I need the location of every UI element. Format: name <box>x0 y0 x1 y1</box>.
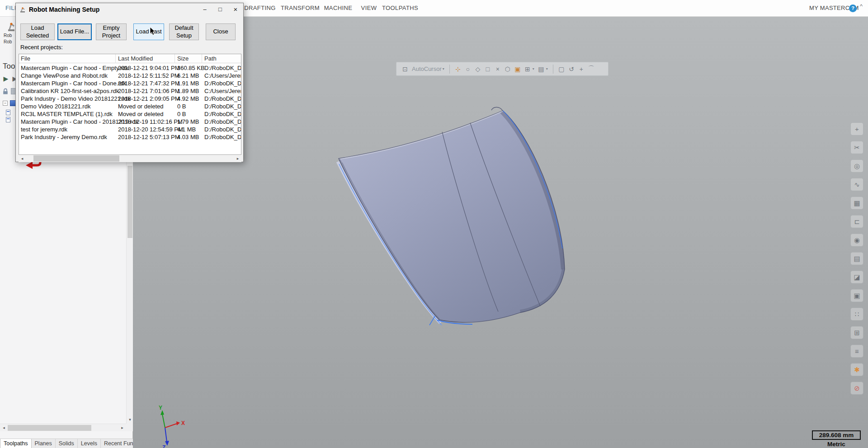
plus-icon[interactable]: + <box>850 122 863 135</box>
lock-icon[interactable] <box>2 88 9 95</box>
recent-projects-table[interactable]: File Last Modified Size Path Mastercam P… <box>19 54 241 155</box>
table-row[interactable]: Mastercam Plugin - Car hood - 20181219.r… <box>19 118 241 126</box>
midpoint-icon[interactable]: □ <box>483 65 493 73</box>
selection-box-icon[interactable]: ▢ <box>557 65 566 73</box>
tab-transform[interactable]: TRANSFORM <box>279 0 321 16</box>
column-last-modified[interactable]: Last Modified <box>118 54 153 63</box>
circle-dot-icon[interactable]: ◉ <box>850 233 863 247</box>
column-separator[interactable] <box>202 54 202 63</box>
table-row[interactable]: RC3L MASTER TEMPLATE (1).rdkMoved or del… <box>19 110 241 118</box>
panel-tab-planes[interactable]: Planes <box>32 439 56 448</box>
table-row[interactable]: Mastercam Plugin - Car hood - Done.rdk20… <box>19 79 241 87</box>
polygon-snap-icon[interactable]: ⬡ <box>503 65 513 73</box>
scrollbar-thumb[interactable] <box>33 155 119 162</box>
grid-snap-icon[interactable]: ⊞ <box>523 65 533 73</box>
add-point-icon[interactable]: + <box>576 65 586 73</box>
tree-item-icon[interactable] <box>6 110 10 115</box>
close-icon[interactable]: × <box>228 3 243 16</box>
size-cell: 1.89 MB <box>177 87 199 95</box>
maximize-icon[interactable]: □ <box>212 3 228 16</box>
undo-view-icon[interactable]: ↺ <box>566 65 576 73</box>
hood-surface[interactable] <box>339 111 565 322</box>
tree-item-icon[interactable] <box>6 117 10 122</box>
scissors-icon[interactable]: ✂ <box>850 141 863 154</box>
face-center-icon[interactable]: ▣ <box>513 65 523 73</box>
half-shade-icon[interactable]: ◪ <box>850 271 863 284</box>
origin-point-icon[interactable]: ⊹ <box>453 65 463 73</box>
table-row[interactable]: Change ViewPose and Robot.rdk2018-12-12 … <box>19 72 241 79</box>
prohibit-icon[interactable]: ⊘ <box>850 382 863 395</box>
intersection-icon[interactable]: × <box>493 65 503 73</box>
table-row[interactable]: Calibration KR 120-first-set-a2pos.rdk20… <box>19 87 241 95</box>
tree-expand-icon[interactable]: − <box>3 101 8 106</box>
dots-icon[interactable]: ∷ <box>850 308 863 321</box>
close-button[interactable]: Close <box>206 23 236 40</box>
dots-glyph: ∷ <box>855 310 859 318</box>
load-selected-button[interactable]: Load Selected <box>20 23 55 40</box>
column-size[interactable]: Size <box>177 54 189 63</box>
table-row[interactable]: Demo Video 20181221.rdkMoved or deleted0… <box>19 103 241 110</box>
burst-icon[interactable]: ✱ <box>850 363 863 376</box>
dropdown-caret-icon[interactable]: ▾ <box>443 67 444 71</box>
window-grid-icon[interactable]: ⊞ <box>850 326 863 339</box>
column-separator[interactable] <box>115 54 116 63</box>
arc-center-icon[interactable]: ○ <box>463 65 473 73</box>
table-row[interactable]: Park Industry - Demo Video 20181221.rdk2… <box>19 95 241 103</box>
column-path[interactable]: Path <box>204 54 217 63</box>
panel-tab-solids[interactable]: Solids <box>56 439 78 448</box>
burst-glyph: ✱ <box>854 366 860 374</box>
minimize-icon[interactable]: – <box>197 3 212 16</box>
path-cell: C:/Users/Jeremy <box>204 72 241 79</box>
robot-machining-icon[interactable] <box>6 20 16 32</box>
column-separator[interactable] <box>175 54 175 63</box>
panel-horizontal-scrollbar[interactable]: ◂ ▸ <box>0 424 126 431</box>
lines-icon[interactable]: ≡ <box>850 345 863 358</box>
scrollbar-thumb[interactable] <box>127 166 132 238</box>
list-icon[interactable]: ▤ <box>850 252 863 265</box>
regenerate-icon[interactable]: ▶ <box>2 75 10 83</box>
path-cell: C:/Users/Jeremy <box>204 87 241 95</box>
robot-machining-setup-dialog: Robot Machining Setup – □ × Load Selecte… <box>15 3 244 162</box>
table-row[interactable]: test for jeremy.rdk2018-12-20 12:54:59 P… <box>19 126 241 133</box>
bracket-icon[interactable]: ⊏ <box>850 215 863 228</box>
panel-tab-toolpaths[interactable]: Toolpaths <box>0 439 32 448</box>
dropdown-caret-icon[interactable]: ▾ <box>546 67 548 71</box>
collapse-ribbon-icon[interactable]: ^ <box>860 3 863 9</box>
empty-project-button[interactable]: Empty Project <box>96 23 127 40</box>
scroll-left-icon[interactable]: ◂ <box>0 424 8 432</box>
scroll-right-icon[interactable]: ▸ <box>118 424 126 432</box>
tab-toolpaths[interactable]: TOOLPATHS <box>381 0 420 16</box>
dialog-titlebar[interactable]: Robot Machining Setup – □ × <box>16 3 243 16</box>
table-row[interactable]: Mastercam Plugin - Car hood - Empty.rdk2… <box>19 64 241 72</box>
table-header[interactable]: File Last Modified Size Path <box>19 54 241 63</box>
snap-settings-icon[interactable]: ▤ <box>536 65 546 73</box>
path-cell: D:/RoboDK_D/C <box>204 110 241 118</box>
scroll-left-icon[interactable]: ◂ <box>19 155 26 162</box>
dropdown-caret-icon[interactable]: ▾ <box>533 67 534 71</box>
autocursor-label[interactable]: AutoCursor <box>412 65 442 72</box>
scroll-down-icon[interactable]: ▾ <box>127 416 133 424</box>
tab-drafting[interactable]: DRAFTING <box>242 0 278 16</box>
endpoint-icon[interactable]: ◇ <box>473 65 483 73</box>
entity-snap-icon[interactable]: ⊡ <box>400 65 410 73</box>
tab-machine[interactable]: MACHINE <box>322 0 354 16</box>
solid-square-icon[interactable]: ▣ <box>850 289 863 302</box>
dialog-horizontal-scrollbar[interactable]: ◂ ▸ <box>19 155 241 162</box>
spline-icon[interactable]: ∿ <box>850 178 863 191</box>
grid-cube-icon[interactable]: ▦ <box>850 196 863 210</box>
default-setup-button[interactable]: Default Setup <box>169 23 199 40</box>
panel-tab-levels[interactable]: Levels <box>78 439 101 448</box>
load-last-button[interactable]: Load Last <box>133 23 164 40</box>
scrollbar-thumb[interactable] <box>8 425 91 431</box>
help-icon[interactable]: ? <box>849 5 857 12</box>
car-hood-model[interactable] <box>316 99 588 334</box>
column-file[interactable]: File <box>21 54 30 63</box>
target-icon[interactable]: ◎ <box>850 159 863 173</box>
table-row[interactable]: Park Industry - Jeremy Demo.rdk2018-12-1… <box>19 133 241 141</box>
path-cell: D:/RoboDK_D/C <box>204 126 241 133</box>
load-file-button[interactable]: Load File... <box>57 23 92 40</box>
scroll-right-icon[interactable]: ▸ <box>234 155 241 162</box>
toolbar-separator <box>553 65 553 74</box>
tab-view[interactable]: VIEW <box>359 0 378 16</box>
arc-tool-icon[interactable]: ⌒ <box>586 65 596 73</box>
